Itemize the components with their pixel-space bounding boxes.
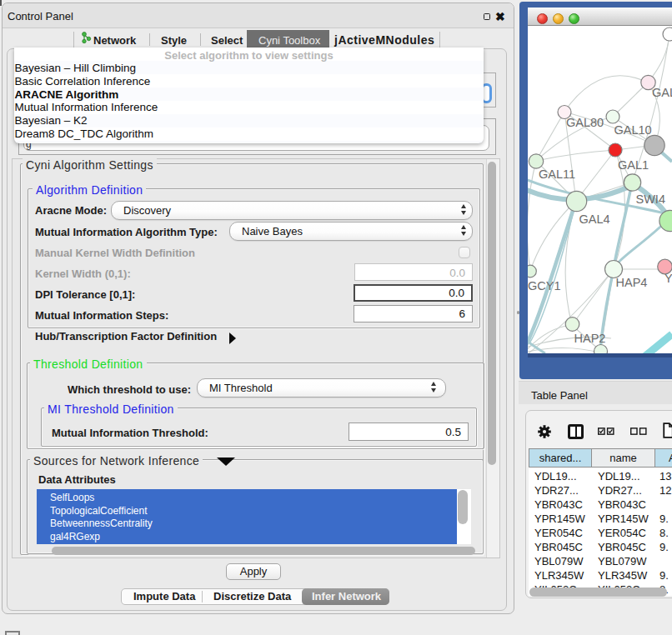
svg-text:GAL: GAL bbox=[652, 86, 672, 99]
svg-text:GAL11: GAL11 bbox=[539, 168, 575, 181]
svg-text:GAL10: GAL10 bbox=[614, 123, 652, 137]
svg-text:GCY1: GCY1 bbox=[528, 279, 561, 292]
svg-text:HAP4: HAP4 bbox=[616, 276, 648, 289]
svg-text:GAL1: GAL1 bbox=[618, 158, 649, 172]
svg-text:GAL4: GAL4 bbox=[579, 212, 610, 226]
svg-text:GAL80: GAL80 bbox=[566, 116, 604, 129]
svg-text:SWI4: SWI4 bbox=[636, 192, 665, 206]
svg-text:HAP2: HAP2 bbox=[574, 332, 606, 345]
svg-text:Y: Y bbox=[664, 272, 672, 285]
